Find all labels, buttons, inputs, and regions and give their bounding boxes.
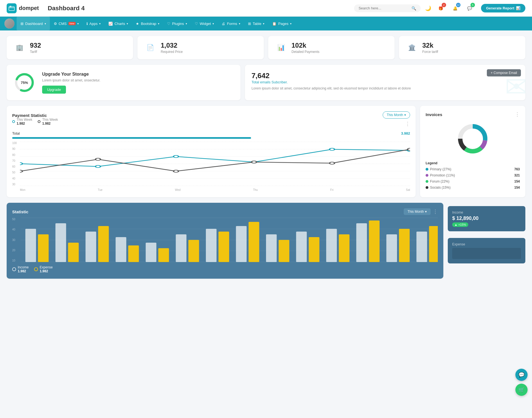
svg-point-8 — [329, 148, 334, 150]
upgrade-button[interactable]: Upgrade — [42, 86, 66, 94]
x-axis-labels: Mon Tue Wed Thu Fri Sat — [20, 188, 410, 191]
bar-y-axis: 50 40 30 20 10 — [12, 218, 15, 262]
dashboard-arrow-icon: ▾ — [45, 22, 46, 25]
middle-row: 75% Upgrade Your Storage Lorem ipsum dol… — [7, 65, 525, 100]
primary-color — [426, 168, 428, 171]
statistic-menu-icon[interactable]: ⋮ — [433, 209, 438, 215]
search-icon: 🔍 — [411, 6, 416, 11]
svg-rect-26 — [98, 226, 109, 262]
stat-card-required-price: 📄 1,032 Required Price — [137, 36, 264, 59]
expense-box-label: Expense — [452, 242, 521, 246]
bar-chart-area: 50 40 30 20 10 — [12, 218, 438, 262]
income-badge: ▲ +15% — [452, 222, 468, 227]
search-bar[interactable]: 🔍 — [354, 4, 421, 12]
nav-item-charts[interactable]: 📈 Charts ▾ — [104, 17, 132, 30]
svg-point-13 — [252, 161, 257, 163]
nav-item-widget[interactable]: ♡ Widget ▾ — [191, 17, 218, 30]
svg-rect-1 — [10, 6, 11, 7]
bootstrap-nav-icon: ★ — [136, 22, 139, 26]
plugins-arrow-icon: ▾ — [186, 22, 187, 25]
line-chart-area: 100 90 80 70 60 50 40 30 — [12, 142, 410, 191]
svg-rect-31 — [176, 234, 186, 262]
main-content: 🏢 932 Tariff 📄 1,032 Required Price 📊 10… — [0, 30, 532, 284]
svg-point-14 — [329, 162, 334, 164]
svg-rect-45 — [386, 234, 397, 262]
nav-item-forms[interactable]: 🖨 Forms ▾ — [218, 17, 244, 30]
stat-card-detailed-payments: 📊 102k Detailed Payments — [268, 36, 395, 59]
statistic-legend: Income 1.982 Expense 1.982 — [12, 265, 438, 273]
plugins-nav-icon: ♡ — [167, 22, 170, 26]
statistic-month-button[interactable]: This Month ▾ — [404, 208, 431, 215]
invoices-donut-chart — [426, 121, 520, 157]
svg-rect-30 — [158, 248, 169, 262]
new-badge: New — [68, 22, 76, 25]
primary-value: 763 — [514, 167, 520, 171]
expense-chart-placeholder — [452, 248, 521, 259]
cms-arrow-icon: ▾ — [77, 22, 79, 25]
header-icons: 🌙 🎁2 🔔12 💬5 Generate Report 📊 — [425, 3, 525, 13]
nav-forms-label: Forms — [227, 22, 237, 26]
nav-item-plugins[interactable]: ♡ Plugins ▾ — [163, 17, 191, 30]
required-price-info: 1,032 Required Price — [161, 42, 183, 54]
payment-header: Payment Statistic This Week 1.982 — [12, 111, 410, 127]
email-bg-icon: ✉ — [505, 71, 525, 100]
nav-item-apps[interactable]: ℹ Apps ▾ — [83, 17, 105, 30]
expense-box: Expense — [448, 238, 525, 263]
search-input[interactable] — [359, 6, 409, 10]
this-month-label: This Month — [387, 113, 403, 117]
nav-item-dashboard[interactable]: ⊞ Dashboard ▾ — [17, 17, 50, 30]
income-legend-label: Income — [18, 265, 29, 269]
invoices-title: Invoices — [426, 112, 442, 117]
nav-cms-label: CMS — [59, 22, 67, 26]
nav-item-bootstrap[interactable]: ★ Bootstrap ▾ — [132, 17, 163, 30]
invoices-menu-icon[interactable]: ⋮ — [515, 111, 520, 117]
statistic-title: Statistic — [12, 209, 28, 214]
payment-right: This Month ▾ ⋮ — [383, 111, 410, 127]
statistic-card: Statistic This Month ▾ ⋮ 50 40 30 20 10 — [7, 203, 443, 279]
expense-legend-val: 1.982 — [40, 269, 53, 273]
table-nav-icon: ⊞ — [248, 22, 251, 26]
income-box-label: Income — [452, 211, 521, 214]
legend-row-socials: Socials (15%) 154 — [426, 186, 520, 189]
widget-nav-icon: ♡ — [195, 22, 198, 26]
income-box: Income $ 12,890,00 ▲ +15% — [448, 206, 525, 231]
storage-title: Upgrade Your Storage — [42, 72, 100, 77]
chat-button[interactable]: 💬5 — [464, 3, 474, 13]
generate-report-button[interactable]: Generate Report 📊 — [481, 4, 525, 12]
nav-item-cms[interactable]: ⚙ CMS New ▾ — [50, 17, 83, 30]
invoices-legend: Legend Primary (27%) 763 Promotion (11%)… — [426, 161, 520, 189]
expense-legend-label: Expense — [40, 265, 53, 269]
svg-rect-40 — [309, 237, 319, 262]
storage-info: Upgrade Your Storage Lorem ipsum dolor s… — [42, 72, 100, 94]
moon-icon[interactable]: 🌙 — [425, 5, 431, 11]
income-box-value: $ 12,890,00 — [452, 216, 521, 221]
expense-legend-dot — [34, 267, 38, 271]
kebab-menu-icon[interactable]: ⋮ — [405, 121, 410, 127]
email-card: + Compose Email 7,642 Total emails Subcr… — [245, 65, 525, 100]
svg-point-4 — [20, 163, 22, 165]
required-price-icon: 📄 — [144, 42, 156, 54]
svg-rect-0 — [9, 7, 14, 11]
bootstrap-arrow-icon: ▾ — [158, 22, 159, 25]
pages-arrow-icon: ▾ — [290, 22, 291, 25]
nav-item-table[interactable]: ⊞ Table ▾ — [244, 17, 268, 30]
bell-button[interactable]: 🔔12 — [450, 3, 460, 13]
nav-plugins-label: Plugins — [172, 22, 184, 26]
force-tariff-icon: 🏛️ — [406, 42, 418, 54]
bar-chart-svg — [21, 218, 438, 262]
legend-dot-teal — [12, 120, 15, 123]
tariff-info: 932 Tariff — [30, 42, 41, 54]
forum-label: Forum (22%) — [430, 179, 514, 183]
nav-apps-label: Apps — [89, 22, 98, 26]
promotion-color — [426, 174, 428, 177]
gift-button[interactable]: 🎁2 — [436, 3, 446, 13]
this-month-select[interactable]: This Month ▾ — [383, 111, 410, 119]
header: dompet Dashboard 4 🔍 🌙 🎁2 🔔12 💬5 Generat… — [0, 0, 532, 17]
legend-dot-dark — [38, 120, 40, 123]
legend-label-2: This Week — [42, 118, 58, 122]
nav-item-pages[interactable]: 📋 Pages ▾ — [268, 17, 295, 30]
svg-rect-44 — [369, 220, 380, 262]
expense-legend-item: Expense 1.982 — [34, 265, 53, 273]
payment-total-row: Total 3.982 — [12, 131, 410, 135]
svg-point-11 — [96, 158, 101, 160]
